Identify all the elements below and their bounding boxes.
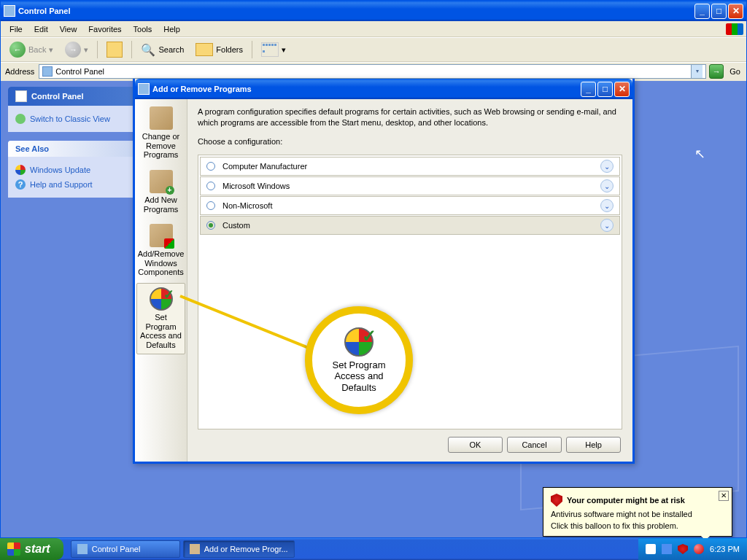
- menubar: File Edit View Favorites Tools Help: [1, 21, 746, 37]
- callout-icon: [344, 327, 374, 357]
- config-label: Computer Manufacturer: [222, 162, 600, 171]
- config-row-manufacturer[interactable]: Computer Manufacturer ⌄: [200, 157, 620, 176]
- tray-shield-icon[interactable]: [678, 544, 688, 554]
- dialog-icon: [138, 83, 150, 95]
- description-text: A program configuration specifies defaul…: [198, 106, 622, 129]
- tray-hint-icon[interactable]: [646, 544, 656, 554]
- config-row-custom[interactable]: Custom ⌄: [200, 216, 620, 235]
- task-label: Add or Remove Progr...: [204, 545, 288, 553]
- titlebar: Control Panel _ □ ✕: [1, 1, 746, 21]
- dialog-title: Add or Remove Programs: [152, 85, 581, 93]
- folders-label: Folders: [216, 45, 243, 54]
- side-panel: Control Panel Switch to Classic View See…: [8, 87, 138, 206]
- radio-icon: [206, 201, 215, 210]
- forward-button[interactable]: → ▾: [61, 39, 93, 60]
- address-field[interactable]: Control Panel ▾: [39, 64, 706, 79]
- menu-favorites[interactable]: Favorites: [82, 23, 127, 36]
- choose-label: Choose a configuration:: [198, 136, 622, 147]
- panel-header: Control Panel: [8, 87, 138, 106]
- dialog-sidebar: Change or Remove Programs Add New Progra…: [135, 99, 187, 462]
- config-label: Non-Microsoft: [222, 201, 600, 210]
- views-button[interactable]: ▾: [257, 40, 290, 59]
- balloon-title-text: Your computer might be at risk: [567, 496, 685, 505]
- chevron-down-icon: ▾: [49, 45, 53, 55]
- back-button[interactable]: ← Back ▾: [5, 39, 58, 60]
- menu-tools[interactable]: Tools: [128, 23, 158, 36]
- clock[interactable]: 6:23 PM: [710, 545, 740, 553]
- maximize-button[interactable]: □: [711, 4, 727, 19]
- address-label: Address: [4, 67, 36, 76]
- help-label: Help and Support: [30, 180, 93, 189]
- chevron-down-icon: ▾: [84, 45, 88, 55]
- windows-update-link[interactable]: Windows Update: [15, 163, 131, 177]
- expand-button[interactable]: ⌄: [600, 199, 614, 212]
- windows-update-label: Windows Update: [30, 166, 90, 174]
- windows-flag-icon: [726, 23, 743, 35]
- config-row-microsoft-windows[interactable]: Microsoft Windows ⌄: [200, 176, 620, 195]
- sidebar-set-program-access[interactable]: Set Program Access and Defaults: [136, 283, 185, 354]
- up-folder-icon: [107, 42, 123, 58]
- config-row-non-microsoft[interactable]: Non-Microsoft ⌄: [200, 196, 620, 215]
- minimize-button[interactable]: _: [694, 4, 710, 19]
- config-label: Custom: [222, 221, 600, 230]
- sidebar-add-new[interactable]: Add New Programs: [136, 166, 185, 218]
- folders-button[interactable]: Folders: [191, 41, 247, 58]
- help-support-link[interactable]: ? Help and Support: [15, 177, 131, 192]
- separator: [97, 41, 98, 58]
- control-panel-icon: [15, 90, 27, 102]
- search-button[interactable]: 🔍 Search: [136, 41, 188, 59]
- sidebar-label: Set Program Access and Defaults: [139, 313, 183, 350]
- taskbar-item-control-panel[interactable]: Control Panel: [71, 540, 180, 558]
- tray-ball-icon[interactable]: [694, 544, 704, 554]
- task-icon: [77, 544, 88, 554]
- app-icon: [4, 5, 15, 17]
- dialog-main: A program configuration specifies defaul…: [187, 99, 632, 462]
- start-button[interactable]: start: [0, 538, 63, 560]
- balloon-title: Your computer might be at risk: [551, 494, 724, 507]
- help-button[interactable]: Help: [566, 437, 621, 453]
- dialog-maximize-button[interactable]: □: [597, 82, 613, 97]
- address-dropdown[interactable]: ▾: [691, 65, 703, 78]
- dialog-minimize-button[interactable]: _: [581, 82, 596, 97]
- address-value: Control Panel: [55, 67, 104, 76]
- separator: [131, 41, 132, 58]
- dialog-close-button[interactable]: ✕: [614, 82, 630, 97]
- task-icon: [190, 544, 200, 554]
- menu-help[interactable]: Help: [158, 23, 186, 36]
- separator: [252, 41, 252, 58]
- sidebar-label: Add New Programs: [139, 195, 183, 214]
- switch-classic-view-link[interactable]: Switch to Classic View: [15, 112, 131, 126]
- expand-button[interactable]: ⌄: [600, 219, 614, 232]
- address-bar: Address Control Panel ▾ → Go: [1, 62, 746, 79]
- security-balloon[interactable]: ✕ Your computer might be at risk Antivir…: [543, 487, 732, 537]
- expand-button[interactable]: ⌄: [600, 179, 614, 192]
- sidebar-windows-components[interactable]: Add/Remove Windows Components: [136, 219, 185, 281]
- go-label: Go: [727, 67, 743, 76]
- shield-icon: [551, 494, 562, 507]
- up-button[interactable]: [102, 39, 127, 60]
- set-access-icon: [150, 287, 173, 311]
- components-icon: [150, 224, 173, 247]
- close-button[interactable]: ✕: [728, 4, 743, 19]
- taskbar: start Control Panel Add or Remove Progr.…: [0, 538, 747, 560]
- ok-button[interactable]: OK: [448, 437, 503, 453]
- panel-title: Control Panel: [31, 92, 84, 101]
- sidebar-change-remove[interactable]: Change or Remove Programs: [136, 102, 185, 164]
- taskbar-item-add-remove[interactable]: Add or Remove Progr...: [183, 540, 295, 558]
- go-button[interactable]: →: [709, 64, 724, 79]
- balloon-line1: Antivirus software might not be installe…: [551, 510, 724, 518]
- balloon-close-button[interactable]: ✕: [719, 491, 729, 501]
- search-icon: 🔍: [141, 43, 155, 57]
- switch-icon: [15, 114, 26, 124]
- cancel-button[interactable]: Cancel: [507, 437, 562, 453]
- menu-file[interactable]: File: [4, 23, 28, 36]
- switch-label: Switch to Classic View: [30, 114, 110, 123]
- menu-edit[interactable]: Edit: [28, 23, 54, 36]
- configuration-list: Computer Manufacturer ⌄ Microsoft Window…: [198, 155, 622, 429]
- expand-button[interactable]: ⌄: [600, 160, 614, 173]
- chevron-down-icon: ▾: [282, 45, 286, 55]
- radio-icon: [206, 162, 215, 171]
- menu-view[interactable]: View: [54, 23, 83, 36]
- tray-desktop-icon[interactable]: [662, 544, 672, 554]
- back-label: Back: [28, 45, 46, 54]
